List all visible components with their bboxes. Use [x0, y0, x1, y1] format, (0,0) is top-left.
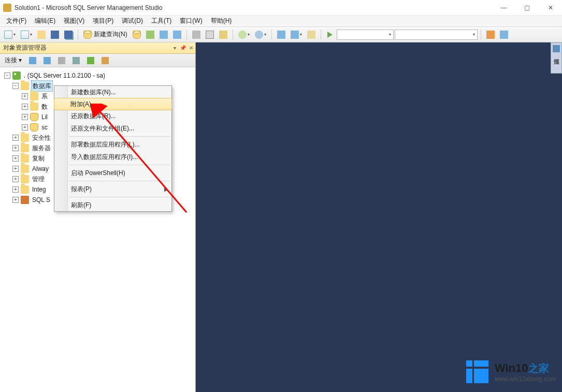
dmx-query-button[interactable] [157, 29, 170, 40]
database-icon [30, 123, 38, 132]
context-menu-item[interactable]: 附加(A)... [54, 98, 172, 110]
menu-bar: 文件(F) 编辑(E) 视图(V) 项目(P) 调试(D) 工具(T) 窗口(W… [0, 16, 562, 27]
document-area: 属性 [196, 42, 562, 392]
context-menu-separator [69, 136, 170, 137]
maximize-button[interactable]: ▢ [515, 0, 539, 16]
new-project-button[interactable]: ▾ [2, 29, 18, 40]
context-menu: 新建数据库(N)...附加(A)...还原数据库(R)...还原文件和文件组(E… [54, 85, 172, 212]
watermark-url: www.win10xitong.com [495, 375, 556, 383]
context-menu-item[interactable]: 启动 PowerShell(H) [54, 167, 171, 179]
copy-button[interactable] [204, 29, 216, 40]
folder-icon [21, 134, 29, 142]
object-explorer-toolbar: 连接 ▾ [0, 54, 195, 67]
context-menu-item[interactable]: 新建数据库(N)... [54, 86, 171, 98]
watermark: Win10之家 www.win10xitong.com [464, 358, 556, 386]
start-debug-button[interactable] [324, 29, 336, 40]
panel-title-bar[interactable]: 对象资源管理器 ▾ 📌 ✕ [0, 42, 195, 54]
tree-server-node[interactable]: − . (SQL Server 11.0.2100 - sa) [4, 70, 195, 81]
folder-icon [21, 185, 29, 194]
database-icon [30, 113, 38, 121]
save-all-button[interactable] [62, 29, 75, 40]
context-menu-item[interactable]: 导入数据层应用程序(I)... [54, 151, 171, 163]
database-combo[interactable]: ▾ [337, 30, 394, 40]
open-folder-button[interactable] [484, 29, 497, 40]
mail-button[interactable] [305, 29, 318, 40]
menu-tools[interactable]: 工具(T) [147, 16, 176, 26]
context-menu-separator [69, 197, 170, 197]
window-title: Solution1 - Microsoft SQL Server Managem… [15, 4, 163, 11]
close-button[interactable]: ✕ [539, 0, 562, 16]
paste-button[interactable] [217, 29, 229, 40]
menu-debug[interactable]: 调试(D) [118, 16, 147, 26]
context-menu-separator [69, 181, 170, 181]
panel-title: 对象资源管理器 [3, 43, 47, 52]
connect-server-button[interactable] [26, 55, 39, 66]
search-button[interactable] [99, 55, 111, 66]
window-controls: — ▢ ✕ [492, 0, 562, 16]
properties-tab[interactable]: 属性 [551, 42, 562, 74]
activity-monitor-button[interactable] [275, 29, 287, 40]
title-bar: Solution1 - Microsoft SQL Server Managem… [0, 0, 562, 16]
stop-button[interactable] [55, 55, 68, 66]
xmla-query-button[interactable] [171, 29, 183, 40]
menu-edit[interactable]: 编辑(E) [31, 16, 60, 26]
server-icon [12, 71, 21, 80]
sql-agent-icon [21, 196, 29, 204]
folder-icon [21, 175, 29, 183]
folder-icon [30, 103, 38, 111]
cut-button[interactable] [190, 29, 203, 40]
separator [271, 30, 272, 40]
options-button[interactable] [498, 29, 510, 40]
pin-icon[interactable]: 📌 [179, 45, 187, 51]
separator [186, 30, 187, 40]
open-file-button[interactable] [35, 29, 48, 40]
new-query-button[interactable]: 新建查询(N) [81, 29, 129, 40]
menu-project[interactable]: 项目(P) [89, 16, 118, 26]
folder-icon [21, 144, 29, 152]
undo-button[interactable]: ▾ [236, 29, 252, 40]
watermark-title: Win10之家 [495, 361, 556, 375]
context-menu-item[interactable]: 部署数据层应用程序(L)... [54, 138, 171, 151]
app-icon [3, 4, 11, 12]
separator [233, 30, 233, 40]
add-item-button[interactable]: ▾ [19, 29, 34, 40]
panel-close-icon[interactable]: ✕ [187, 45, 195, 51]
context-menu-item[interactable]: 刷新(F) [54, 199, 171, 211]
separator [481, 30, 481, 40]
context-menu-item[interactable]: 还原文件和文件组(E)... [54, 122, 171, 135]
panel-dropdown-icon[interactable]: ▾ [170, 45, 179, 51]
redo-button[interactable]: ▾ [253, 29, 268, 40]
menu-file[interactable]: 文件(F) [2, 16, 31, 26]
disconnect-button[interactable] [41, 55, 53, 66]
db-engine-query-button[interactable] [131, 29, 143, 40]
folder-icon [21, 165, 29, 173]
filter-button[interactable] [70, 55, 82, 66]
submenu-arrow-icon: ▶ [164, 186, 168, 192]
context-menu-item[interactable]: 报表(P)▶ [54, 183, 171, 195]
menu-window[interactable]: 窗口(W) [176, 16, 206, 26]
separator [321, 30, 321, 40]
connect-button[interactable]: 连接 ▾ [2, 55, 24, 66]
registered-servers-button[interactable]: ▾ [289, 29, 304, 40]
save-button[interactable] [49, 29, 61, 40]
refresh-button[interactable] [84, 55, 97, 66]
context-menu-separator [69, 165, 170, 165]
menu-view[interactable]: 视图(V) [60, 16, 89, 26]
folder-icon [21, 154, 29, 163]
separator [78, 30, 78, 40]
properties-icon [553, 45, 560, 52]
mdx-query-button[interactable] [144, 29, 156, 40]
minimize-button[interactable]: — [492, 0, 515, 16]
folder-icon [21, 82, 29, 90]
main-toolbar: ▾ ▾ 新建查询(N) ▾ ▾ ▾ ▾ ▾ [0, 27, 562, 42]
menu-help[interactable]: 帮助(H) [207, 16, 236, 26]
find-combo[interactable]: ▾ [395, 30, 478, 40]
context-menu-item[interactable]: 还原数据库(R)... [54, 110, 171, 122]
windows-icon [464, 358, 492, 386]
folder-icon [30, 92, 38, 100]
